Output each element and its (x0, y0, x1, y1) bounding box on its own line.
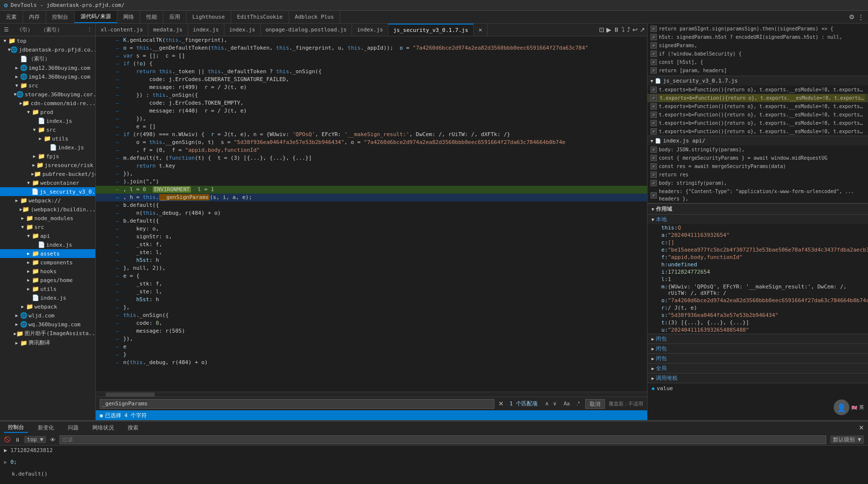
sidebar-item-storage[interactable]: ▼ 🌐 storage.360buyimg.cor... (0, 90, 95, 99)
sidebar-item-src2[interactable]: ▼ 📁 src (0, 223, 95, 231)
code-icon-btn6[interactable]: ↩ (632, 26, 638, 33)
search-input[interactable] (100, 399, 494, 409)
tab-memory[interactable]: 内存 (23, 11, 46, 23)
search-case-btn[interactable]: Aa (562, 400, 571, 407)
sidebar-item-src0[interactable]: ▼ 📁 src (0, 81, 95, 90)
show-eye-btn[interactable]: 👁 (50, 437, 55, 443)
tab-network[interactable]: 网络 (117, 11, 140, 23)
scope-label-main[interactable]: ▼ 作用域 (648, 204, 868, 215)
tab-console-top[interactable]: 控制台 (46, 11, 75, 23)
file-tab-index1[interactable]: index.js (188, 24, 224, 36)
checkbox[interactable] (651, 42, 657, 49)
checkbox[interactable] (651, 103, 657, 110)
sidebar-item-indexjs1[interactable]: 📄 index.js (0, 143, 95, 152)
code-icon-btn4[interactable]: ⤵ (622, 26, 625, 33)
checkbox[interactable] (651, 163, 657, 170)
checkbox[interactable] (651, 112, 657, 118)
checkbox[interactable] (651, 34, 657, 40)
console-tab-changes[interactable]: 新变化 (34, 423, 58, 432)
sidebar-item-indexjs0[interactable]: 📄 index.js (0, 116, 95, 125)
search-word-btn[interactable]: .* (575, 400, 581, 407)
sidebar-item-src1[interactable]: ▼ 📁 src (0, 125, 95, 134)
scope-closure3-header[interactable]: ▶ 闭包 (648, 353, 868, 363)
code-icon-btn2[interactable]: ▶ (606, 26, 611, 33)
sidebar-nav-btn[interactable]: ☰ (0, 24, 13, 36)
h-scrollbar-thumb[interactable] (106, 393, 155, 397)
sidebar-item-webpack2[interactable]: ▶ 📁 webpack (0, 302, 95, 311)
sidebar-item-components[interactable]: ▶ 📁 components (0, 258, 95, 267)
section-header-jssecurity[interactable]: ▼ 📄 js_security_v3_0.1.7.js (648, 76, 868, 85)
top-selector[interactable]: top ▼ (24, 436, 46, 443)
tab-application[interactable]: 应用 (163, 11, 187, 23)
search-next-btn[interactable]: ∨ (551, 400, 558, 407)
sidebar-item-nodemodules[interactable]: ▶ 📁 node_modules (0, 214, 95, 223)
tab-lighthouse[interactable]: Lighthouse (187, 11, 231, 23)
scope-local-header[interactable]: ▼ 本地 (648, 215, 868, 224)
file-tab-jssecurity[interactable]: js_security_v3_0.1.7.js (388, 24, 473, 36)
sidebar-item-fpjs[interactable]: ▶ 📁 fpjs (0, 152, 95, 161)
file-tab-medata[interactable]: medata.js (148, 24, 188, 36)
checkbox[interactable] (651, 86, 657, 93)
sidebar-item-img14[interactable]: ▶ 🌐 img14.360buyimg.com (0, 72, 95, 81)
scope-closure1-header[interactable]: ▶ 闭包 (648, 334, 868, 343)
sidebar-item-tencent[interactable]: ▶ 📁 腾讯翻译 (0, 338, 95, 347)
tab-editthiscookie[interactable]: EditThisCookie (231, 11, 289, 23)
checkbox[interactable] (651, 146, 657, 153)
tab-index-left[interactable]: 《引） (13, 24, 37, 35)
checkbox[interactable] (651, 171, 657, 178)
code-editor[interactable]: – K.genLocalTK(this._fingerprint), – o =… (96, 36, 647, 397)
console-tab-network[interactable]: 网络状况 (88, 423, 118, 432)
checkbox[interactable] (651, 155, 657, 161)
sidebar-item-index0[interactable]: 📄 （索引） (0, 54, 95, 63)
sidebar-item-wljd[interactable]: ▶ 🌐 wljd.com (0, 311, 95, 320)
checkbox[interactable] (651, 192, 657, 199)
checkbox[interactable] (651, 67, 657, 74)
sidebar-item-img12[interactable]: ▶ 🌐 img12.360buyimg.com (0, 63, 95, 72)
checkbox[interactable] (651, 95, 657, 101)
code-icon-btn5[interactable]: ⤴ (627, 26, 630, 33)
clear-console-btn[interactable]: 🚫 (4, 436, 11, 443)
console-tab-main[interactable]: 控制台 (4, 423, 28, 433)
settings-btn[interactable]: ⚙ (849, 13, 855, 21)
filter-input[interactable] (62, 436, 824, 443)
tab-sources[interactable]: 源代码/来源 (75, 11, 117, 23)
sidebar-item-indexjs2[interactable]: 📄 index.js (0, 240, 95, 249)
sidebar-item-pageshome[interactable]: ▶ 📁 pages/home (0, 276, 95, 285)
checkbox[interactable] (651, 51, 657, 57)
checkbox[interactable] (651, 120, 657, 126)
sidebar-item-indexjs3[interactable]: 📄 index.js (0, 293, 95, 302)
code-icon-btn1[interactable]: ⊡ (599, 26, 604, 33)
file-tab-index2[interactable]: index.js (224, 24, 261, 36)
sidebar-item-webcontainer[interactable]: ▼ 📁 webcontainer (0, 178, 95, 187)
checkbox[interactable] (651, 26, 657, 32)
sidebar-item-hooks[interactable]: ▶ 📁 hooks (0, 267, 95, 276)
checkbox[interactable] (651, 128, 657, 135)
sidebar-item-utils0[interactable]: ▶ 📁 utils (0, 134, 95, 143)
search-clear-btn[interactable]: ✕ (498, 400, 504, 407)
file-tab-close[interactable]: × (474, 24, 488, 36)
sidebar-item-webpack[interactable]: ▶ 📁 webpack:// (0, 196, 95, 205)
scope-closure2-header[interactable]: ▶ 闭包 (648, 343, 868, 353)
file-tab-xlcontent[interactable]: xl-content.js (96, 24, 148, 36)
search-prev-btn[interactable]: ∧ (543, 400, 550, 407)
sidebar-item-pubfree[interactable]: ▶ 📁 pubfree-bucket/jdBe... (0, 170, 95, 178)
checkbox[interactable] (651, 59, 657, 65)
sidebar-item-webpackbuildin[interactable]: ▶ 📁 (webpack)/buildin... (0, 205, 95, 214)
tab-elements[interactable]: 元素 (0, 11, 23, 23)
sidebar-more-btn[interactable]: ⋮ (84, 27, 95, 33)
sidebar-item-jdbeantask[interactable]: ▼ 🌐 jdbeantask-pro.pfjd.co... (0, 45, 95, 54)
scope-callstack-header[interactable]: ▶ 调用堆栈 (648, 373, 868, 383)
scope-global-header[interactable]: ▶ 全局 (648, 363, 868, 373)
code-icon-btn3[interactable]: ⏸ (613, 26, 620, 33)
section-header-indexjs[interactable]: ▼ 📄 index.js api/ (648, 136, 868, 145)
sidebar-item-imageassist[interactable]: ▶ 📁 图片助手(ImageAssista... (0, 329, 95, 338)
sidebar-item-jssecurity[interactable]: 📄 js_security_v3_0.1.7... (0, 187, 95, 196)
pause-btn[interactable]: ⏸ (15, 437, 20, 443)
sidebar-item-prod[interactable]: ▼ 📁 prod (0, 108, 95, 116)
log-level-selector[interactable]: 默认级别 ▼ (830, 435, 864, 444)
h-scrollbar[interactable] (96, 392, 647, 397)
sidebar-item-cdn[interactable]: ▶ 📁 cdn-common/mid-re... (0, 99, 95, 108)
console-tab-issues[interactable]: 问题 (64, 423, 82, 432)
search-cancel-btn[interactable]: 取消 (585, 399, 605, 409)
checkbox[interactable] (651, 180, 657, 186)
